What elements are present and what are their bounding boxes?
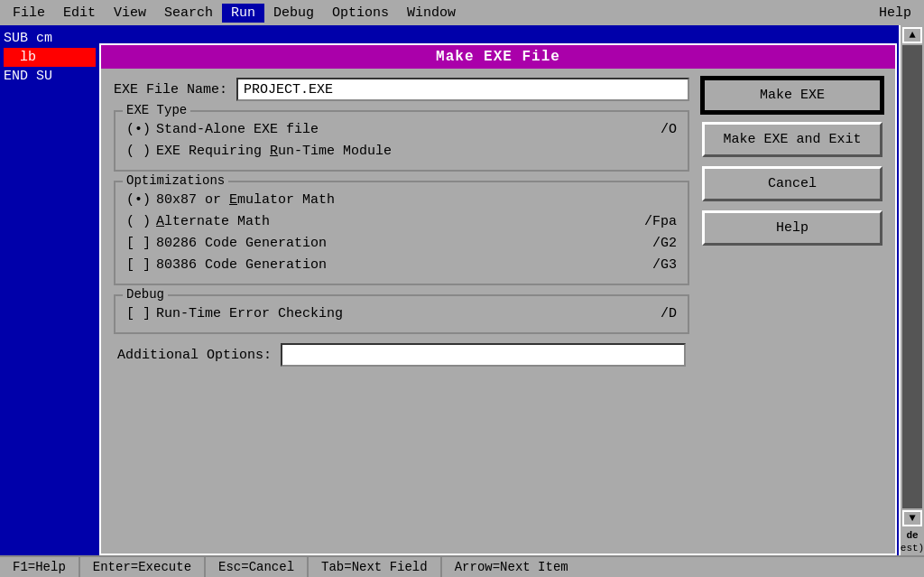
chk-runtime-label: Run-Time Error Checking <box>156 303 343 325</box>
status-f1-help: F1=Help <box>0 557 80 577</box>
scroll-down-btn[interactable]: ▼ <box>902 510 922 526</box>
opt-8087[interactable]: (•) 80x87 or Emulator Math <box>126 190 677 211</box>
make-exe-dialog: Make EXE File EXE File Name: EXE Type (•… <box>99 43 897 555</box>
make-exe-button[interactable]: Make EXE <box>702 78 882 113</box>
menu-help[interactable]: Help <box>870 4 920 23</box>
radio-standalone-shortcut: /O <box>661 119 677 141</box>
cancel-button[interactable]: Cancel <box>702 166 882 201</box>
menu-run[interactable]: Run <box>222 4 264 23</box>
opt-altmath[interactable]: ( ) Alternate Math /Fpa <box>126 211 677 233</box>
dialog-right: Make EXE Make EXE and Exit Cancel Help <box>702 78 882 367</box>
ide-area: SUB cm lb END SU ▲ ▼ de est) Make EXE Fi… <box>0 25 924 555</box>
optimizations-group: Optimizations (•) 80x87 or Emulator Math… <box>114 181 689 285</box>
dialog-columns: EXE File Name: EXE Type (•) Stand-Alone … <box>101 69 895 376</box>
chk-80286-label: 80286 Code Generation <box>156 233 327 255</box>
radio-8087-indicator: (•) <box>126 190 151 211</box>
radio-8087-label: 80x87 or Emulator Math <box>156 190 335 211</box>
code-line-3: END SU <box>4 67 96 86</box>
right-scrollbar: ▲ ▼ de est) <box>899 25 924 555</box>
chk-80386-shortcut: /G3 <box>652 255 677 276</box>
debug-label: Debug <box>123 287 168 302</box>
scrollbar-label2: est) <box>901 543 924 554</box>
menu-window[interactable]: Window <box>398 4 465 23</box>
debug-runtime-check[interactable]: [ ] Run-Time Error Checking /D <box>126 303 677 325</box>
chk-runtime-indicator: [ ] <box>126 303 151 325</box>
radio-runtime-indicator: ( ) <box>126 141 151 163</box>
debug-group: Debug [ ] Run-Time Error Checking /D <box>114 294 689 334</box>
radio-standalone-label: Stand-Alone EXE file <box>156 119 319 141</box>
exe-name-row: EXE File Name: <box>114 78 689 101</box>
exe-type-group: EXE Type (•) Stand-Alone EXE file /O ( )… <box>114 110 689 172</box>
additional-label: Additional Options: <box>117 348 272 363</box>
opt-80286[interactable]: [ ] 80286 Code Generation /G2 <box>126 233 677 255</box>
status-arrow-item: Arrow=Next Item <box>442 557 581 577</box>
status-enter-execute: Enter=Execute <box>80 557 206 577</box>
menu-search[interactable]: Search <box>155 4 222 23</box>
exe-type-standalone[interactable]: (•) Stand-Alone EXE file /O <box>126 119 677 141</box>
exe-name-label: EXE File Name: <box>114 82 227 98</box>
chk-80286-shortcut: /G2 <box>652 233 677 255</box>
additional-options-row: Additional Options: <box>114 343 689 367</box>
radio-altmath-shortcut: /Fpa <box>644 211 677 233</box>
menu-debug[interactable]: Debug <box>264 4 323 23</box>
radio-standalone-indicator: (•) <box>126 119 151 141</box>
status-bar: F1=Help Enter=Execute Esc=Cancel Tab=Nex… <box>0 555 924 577</box>
menu-file[interactable]: File <box>4 4 54 23</box>
radio-runtime-label: EXE Requiring Run-Time Module <box>156 141 392 163</box>
code-line-2: lb <box>4 48 96 67</box>
dialog-title: Make EXE File <box>101 45 895 69</box>
dialog-left: EXE File Name: EXE Type (•) Stand-Alone … <box>114 78 689 367</box>
menu-edit[interactable]: Edit <box>54 4 105 23</box>
menu-bar: File Edit View Search Run Debug Options … <box>0 0 924 25</box>
menu-view[interactable]: View <box>105 4 155 23</box>
radio-altmath-indicator: ( ) <box>126 211 151 233</box>
exe-type-label: EXE Type <box>123 103 190 117</box>
exe-type-runtime[interactable]: ( ) EXE Requiring Run-Time Module <box>126 141 677 163</box>
scroll-up-btn[interactable]: ▲ <box>902 27 922 43</box>
additional-options-input[interactable] <box>281 343 686 367</box>
make-exe-exit-button[interactable]: Make EXE and Exit <box>702 122 882 157</box>
radio-altmath-label: Alternate Math <box>156 211 270 233</box>
code-line-1: SUB cm <box>4 29 96 48</box>
code-area: SUB cm lb END SU <box>0 25 99 555</box>
status-tab-field: Tab=Next Field <box>309 557 442 577</box>
chk-80386-label: 80386 Code Generation <box>156 255 327 276</box>
help-button[interactable]: Help <box>702 210 882 246</box>
chk-runtime-shortcut: /D <box>661 303 677 325</box>
optimizations-label: Optimizations <box>123 173 228 188</box>
chk-80286-indicator: [ ] <box>126 233 151 255</box>
opt-80386[interactable]: [ ] 80386 Code Generation /G3 <box>126 255 677 276</box>
exe-name-input[interactable] <box>236 78 689 101</box>
chk-80386-indicator: [ ] <box>126 255 151 276</box>
menu-options[interactable]: Options <box>323 4 398 23</box>
status-esc-cancel: Esc=Cancel <box>206 557 309 577</box>
scrollbar-label: de <box>906 530 918 541</box>
